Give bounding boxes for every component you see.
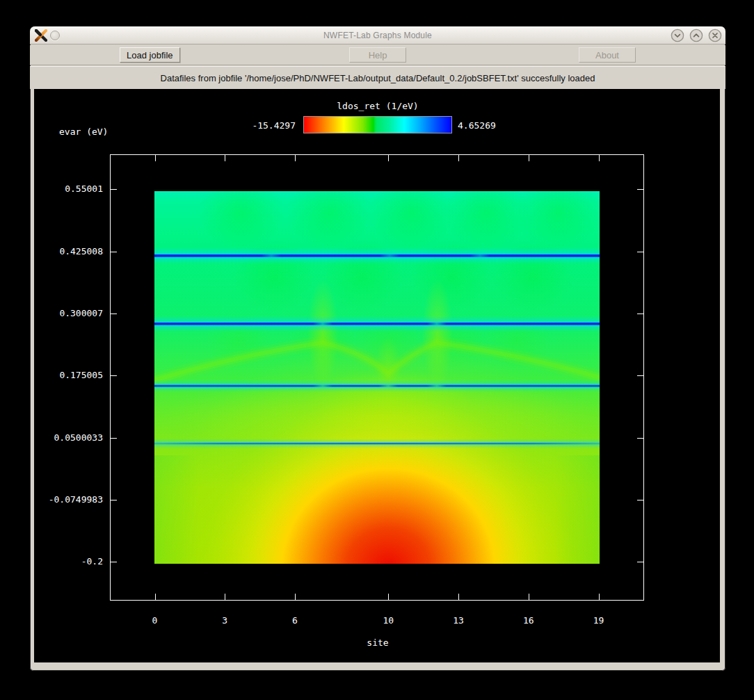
- x-tick-bottom: [529, 594, 529, 600]
- y-tick-left: [111, 252, 117, 252]
- y-tick-label: -0.2: [34, 556, 103, 567]
- toolbar: Load jobfile Help About: [30, 45, 725, 65]
- y-tick-right: [637, 314, 643, 314]
- help-button[interactable]: Help: [349, 47, 406, 63]
- plot-area: evar (eV) ldos_ret (1/eV) -15.4297 4.652…: [34, 89, 720, 662]
- x-tick-top: [388, 155, 389, 161]
- x-tick-top: [458, 155, 459, 161]
- maximize-button[interactable]: [689, 29, 703, 42]
- y-tick-left: [111, 562, 117, 562]
- window-controls: [671, 29, 722, 42]
- about-button[interactable]: About: [579, 47, 636, 63]
- y-tick-right: [637, 438, 643, 439]
- window-title: NWFET-Lab Graphs Module: [30, 31, 725, 40]
- colorbar-title: ldos_ret (1/eV): [303, 101, 452, 111]
- x-tick-label: 3: [209, 615, 240, 626]
- y-axis-title: evar (eV): [59, 127, 108, 137]
- x-tick-bottom: [295, 594, 296, 600]
- y-tick-label: 0.175005: [34, 370, 103, 380]
- x-tick-label: 0: [140, 615, 170, 626]
- colorbar-gradient: [303, 116, 452, 133]
- y-tick-right: [637, 562, 643, 562]
- y-tick-label: -0.0749983: [34, 494, 103, 505]
- x-tick-label: 13: [443, 615, 474, 626]
- y-tick-right: [637, 252, 643, 252]
- x-tick-label: 10: [373, 615, 403, 626]
- app-window: NWFET-Lab Graphs Module Load jobfile Hel…: [30, 26, 725, 671]
- x-tick-bottom: [388, 594, 389, 600]
- ldos-heatmap[interactable]: [154, 191, 600, 564]
- status-bar: Datafiles from jobfile '/home/jose/PhD/N…: [30, 66, 725, 89]
- x-app-icon: [35, 29, 47, 42]
- x-tick-label: 19: [584, 615, 614, 626]
- y-tick-label: 0.300007: [34, 308, 103, 318]
- y-tick-left: [111, 189, 117, 190]
- y-tick-label: 0.425008: [34, 246, 103, 257]
- y-tick-label: 0.55001: [34, 184, 103, 194]
- y-tick-right: [637, 189, 643, 190]
- y-tick-left: [111, 500, 117, 500]
- y-tick-label: 0.0500033: [34, 432, 103, 443]
- x-tick-label: 16: [513, 615, 544, 626]
- x-tick-bottom: [225, 594, 225, 600]
- minimize-button[interactable]: [671, 29, 684, 42]
- y-tick-right: [637, 500, 643, 500]
- y-tick-right: [637, 375, 643, 376]
- x-tick-bottom: [458, 594, 459, 600]
- y-tick-left: [111, 314, 117, 314]
- colorbar-max-label: 4.65269: [458, 120, 496, 131]
- x-tick-top: [529, 155, 529, 161]
- x-tick-label: 6: [280, 615, 310, 626]
- colorbar-min-label: -15.4297: [205, 120, 296, 131]
- close-button[interactable]: [708, 29, 722, 42]
- x-tick-bottom: [155, 594, 156, 600]
- status-message: Datafiles from jobfile '/home/jose/PhD/N…: [161, 73, 595, 83]
- load-jobfile-button[interactable]: Load jobfile: [120, 47, 180, 63]
- x-axis-title: site: [308, 637, 447, 648]
- y-tick-left: [111, 438, 117, 439]
- x-tick-top: [225, 155, 225, 161]
- title-bar[interactable]: NWFET-Lab Graphs Module: [30, 26, 725, 44]
- x-tick-top: [295, 155, 296, 161]
- y-tick-left: [111, 375, 117, 376]
- x-tick-top: [155, 155, 156, 161]
- window-menu-button[interactable]: [50, 31, 60, 40]
- x-tick-bottom: [599, 594, 600, 600]
- x-tick-top: [599, 155, 600, 161]
